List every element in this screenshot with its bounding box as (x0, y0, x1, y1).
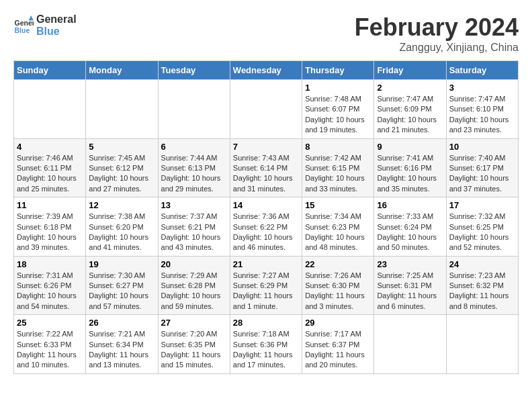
day-number: 26 (89, 318, 154, 328)
weekday-header: Tuesday (158, 61, 230, 80)
day-info: Sunrise: 7:37 AM Sunset: 6:21 PM Dayligh… (161, 212, 227, 253)
day-number: 4 (17, 142, 83, 152)
day-info: Sunrise: 7:27 AM Sunset: 6:29 PM Dayligh… (233, 271, 299, 312)
empty-day (230, 80, 302, 139)
day-info: Sunrise: 7:29 AM Sunset: 6:28 PM Dayligh… (161, 271, 227, 312)
calendar-day: 25Sunrise: 7:22 AM Sunset: 6:33 PM Dayli… (14, 315, 86, 374)
day-number: 27 (161, 318, 227, 328)
empty-day (14, 80, 86, 139)
day-number: 6 (161, 142, 227, 152)
calendar-day: 1Sunrise: 7:48 AM Sunset: 6:07 PM Daylig… (302, 80, 374, 139)
calendar-day: 14Sunrise: 7:36 AM Sunset: 6:22 PM Dayli… (230, 197, 302, 257)
weekday-header: Thursday (302, 61, 374, 80)
calendar-table: SundayMondayTuesdayWednesdayThursdayFrid… (13, 60, 519, 374)
day-info: Sunrise: 7:46 AM Sunset: 6:11 PM Dayligh… (17, 153, 83, 195)
calendar-header: SundayMondayTuesdayWednesdayThursdayFrid… (14, 61, 519, 80)
day-info: Sunrise: 7:17 AM Sunset: 6:37 PM Dayligh… (305, 329, 371, 371)
day-info: Sunrise: 7:22 AM Sunset: 6:33 PM Dayligh… (17, 329, 83, 371)
day-number: 25 (17, 318, 83, 328)
day-info: Sunrise: 7:31 AM Sunset: 6:26 PM Dayligh… (17, 271, 83, 312)
calendar-day: 11Sunrise: 7:39 AM Sunset: 6:18 PM Dayli… (14, 197, 86, 257)
weekday-header: Saturday (446, 61, 518, 80)
day-info: Sunrise: 7:40 AM Sunset: 6:17 PM Dayligh… (449, 153, 515, 195)
day-number: 2 (377, 83, 443, 93)
logo-line2: Blue (36, 26, 77, 38)
calendar-day: 21Sunrise: 7:27 AM Sunset: 6:29 PM Dayli… (230, 256, 302, 315)
title-block: February 2024 Zangguy, Xinjiang, China (355, 13, 519, 54)
calendar-title: February 2024 (355, 13, 519, 42)
empty-day (446, 315, 518, 374)
calendar-day: 7Sunrise: 7:43 AM Sunset: 6:14 PM Daylig… (230, 138, 302, 197)
calendar-day: 29Sunrise: 7:17 AM Sunset: 6:37 PM Dayli… (302, 315, 374, 374)
day-number: 10 (449, 142, 515, 152)
day-info: Sunrise: 7:34 AM Sunset: 6:23 PM Dayligh… (305, 212, 371, 253)
day-number: 7 (233, 142, 299, 152)
day-info: Sunrise: 7:45 AM Sunset: 6:12 PM Dayligh… (89, 153, 154, 195)
empty-day (374, 315, 446, 374)
day-info: Sunrise: 7:18 AM Sunset: 6:36 PM Dayligh… (233, 329, 299, 371)
day-info: Sunrise: 7:47 AM Sunset: 6:10 PM Dayligh… (449, 94, 515, 136)
day-number: 14 (233, 200, 299, 210)
day-number: 17 (449, 200, 515, 210)
day-info: Sunrise: 7:36 AM Sunset: 6:22 PM Dayligh… (233, 212, 299, 253)
calendar-day: 16Sunrise: 7:33 AM Sunset: 6:24 PM Dayli… (374, 197, 446, 257)
day-info: Sunrise: 7:26 AM Sunset: 6:30 PM Dayligh… (305, 271, 371, 312)
day-number: 12 (89, 200, 154, 210)
calendar-day: 3Sunrise: 7:47 AM Sunset: 6:10 PM Daylig… (446, 80, 518, 139)
calendar-day: 15Sunrise: 7:34 AM Sunset: 6:23 PM Dayli… (302, 197, 374, 257)
svg-marker-2 (29, 15, 34, 21)
day-number: 15 (305, 200, 371, 210)
calendar-day: 23Sunrise: 7:25 AM Sunset: 6:31 PM Dayli… (374, 256, 446, 315)
day-number: 13 (161, 200, 227, 210)
calendar-day: 10Sunrise: 7:40 AM Sunset: 6:17 PM Dayli… (446, 138, 518, 197)
day-number: 23 (377, 259, 443, 269)
day-number: 8 (305, 142, 371, 152)
day-info: Sunrise: 7:23 AM Sunset: 6:32 PM Dayligh… (449, 271, 515, 312)
day-info: Sunrise: 7:30 AM Sunset: 6:27 PM Dayligh… (89, 271, 154, 312)
calendar-day: 9Sunrise: 7:41 AM Sunset: 6:16 PM Daylig… (374, 138, 446, 197)
calendar-day: 27Sunrise: 7:20 AM Sunset: 6:35 PM Dayli… (158, 315, 230, 374)
calendar-day: 20Sunrise: 7:29 AM Sunset: 6:28 PM Dayli… (158, 256, 230, 315)
day-number: 24 (449, 259, 515, 269)
weekday-header: Wednesday (230, 61, 302, 80)
calendar-day: 2Sunrise: 7:47 AM Sunset: 6:09 PM Daylig… (374, 80, 446, 139)
logo-line1: General (36, 13, 77, 26)
calendar-day: 17Sunrise: 7:32 AM Sunset: 6:25 PM Dayli… (446, 197, 518, 257)
day-number: 3 (449, 83, 515, 93)
day-info: Sunrise: 7:38 AM Sunset: 6:20 PM Dayligh… (89, 212, 154, 253)
calendar-day: 26Sunrise: 7:21 AM Sunset: 6:34 PM Dayli… (86, 315, 158, 374)
calendar-day: 12Sunrise: 7:38 AM Sunset: 6:20 PM Dayli… (86, 197, 158, 257)
day-info: Sunrise: 7:33 AM Sunset: 6:24 PM Dayligh… (377, 212, 443, 253)
day-info: Sunrise: 7:42 AM Sunset: 6:15 PM Dayligh… (305, 153, 371, 195)
weekday-header: Sunday (14, 61, 86, 80)
logo-icon: General Blue (13, 15, 34, 36)
day-number: 18 (17, 259, 83, 269)
weekday-header: Friday (374, 61, 446, 80)
calendar-day: 4Sunrise: 7:46 AM Sunset: 6:11 PM Daylig… (14, 138, 86, 197)
logo: General Blue General Blue (13, 13, 77, 37)
day-number: 1 (305, 83, 371, 93)
day-info: Sunrise: 7:41 AM Sunset: 6:16 PM Dayligh… (377, 153, 443, 195)
day-info: Sunrise: 7:44 AM Sunset: 6:13 PM Dayligh… (161, 153, 227, 195)
day-number: 5 (89, 142, 154, 152)
calendar-day: 6Sunrise: 7:44 AM Sunset: 6:13 PM Daylig… (158, 138, 230, 197)
day-number: 29 (305, 318, 371, 328)
calendar-day: 22Sunrise: 7:26 AM Sunset: 6:30 PM Dayli… (302, 256, 374, 315)
empty-day (158, 80, 230, 139)
calendar-day: 24Sunrise: 7:23 AM Sunset: 6:32 PM Dayli… (446, 256, 518, 315)
day-info: Sunrise: 7:21 AM Sunset: 6:34 PM Dayligh… (89, 329, 154, 371)
day-number: 16 (377, 200, 443, 210)
day-number: 9 (377, 142, 443, 152)
calendar-day: 13Sunrise: 7:37 AM Sunset: 6:21 PM Dayli… (158, 197, 230, 257)
calendar-day: 5Sunrise: 7:45 AM Sunset: 6:12 PM Daylig… (86, 138, 158, 197)
calendar-subtitle: Zangguy, Xinjiang, China (355, 42, 519, 54)
calendar-day: 28Sunrise: 7:18 AM Sunset: 6:36 PM Dayli… (230, 315, 302, 374)
calendar-day: 8Sunrise: 7:42 AM Sunset: 6:15 PM Daylig… (302, 138, 374, 197)
day-info: Sunrise: 7:48 AM Sunset: 6:07 PM Dayligh… (305, 94, 371, 136)
empty-day (86, 80, 158, 139)
day-info: Sunrise: 7:32 AM Sunset: 6:25 PM Dayligh… (449, 212, 515, 253)
svg-text:Blue: Blue (15, 26, 30, 34)
page-header: General Blue General Blue February 2024 … (13, 13, 519, 54)
day-info: Sunrise: 7:25 AM Sunset: 6:31 PM Dayligh… (377, 271, 443, 312)
day-number: 20 (161, 259, 227, 269)
